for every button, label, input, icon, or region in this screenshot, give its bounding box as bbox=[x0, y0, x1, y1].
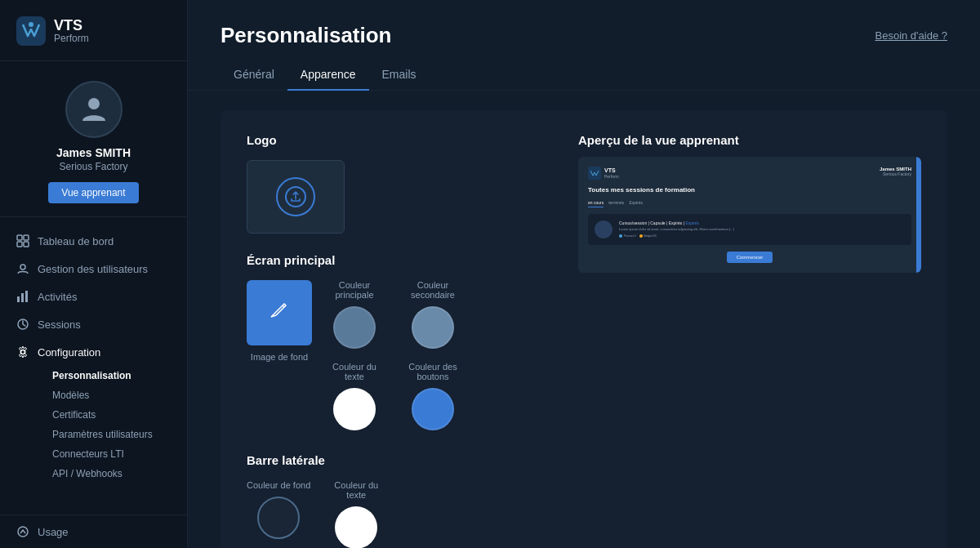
sidebar-sub-item-certificats[interactable]: Certificats bbox=[36, 405, 187, 425]
edit-icon bbox=[268, 299, 291, 327]
apercu-card: Cursus/session | Capsule | Expirés | Exp… bbox=[588, 214, 911, 245]
apercu-card-text: Lorem ipsum dolor sit amet, consectetur … bbox=[619, 227, 905, 231]
user-avatar-icon bbox=[78, 91, 110, 127]
main-body: Logo Écran principal bbox=[188, 91, 980, 548]
page-title: Personnalisation bbox=[220, 23, 392, 48]
apercu-header: VTS Perform James SMITH Serious Factory bbox=[588, 167, 911, 180]
personalization-card: Logo Écran principal bbox=[220, 110, 947, 548]
apercu-logo-text-block: VTS Perform bbox=[604, 167, 619, 179]
couleur-secondaire-circle[interactable] bbox=[412, 306, 454, 349]
image-fond-upload[interactable] bbox=[247, 280, 312, 345]
sidebar-item-sessions[interactable]: Sessions bbox=[0, 310, 187, 338]
svg-rect-5 bbox=[17, 242, 22, 247]
sidebar-sub-nav: Personnalisation Modèles Certificats Par… bbox=[0, 366, 187, 483]
apercu-logo: VTS Perform bbox=[588, 167, 619, 180]
logo-text: VTS Perform bbox=[54, 18, 89, 45]
ecran-cols: Image de fond Couleur principale Couleur… bbox=[247, 280, 546, 430]
apercu-section: Aperçu de la vue apprenant VTS bbox=[578, 133, 921, 548]
apercu-card-avatar bbox=[595, 221, 612, 238]
apercu-commencer-button[interactable]: Commencer bbox=[727, 252, 773, 263]
help-link[interactable]: Besoin d'aide ? bbox=[875, 29, 948, 42]
logo-upload-box[interactable] bbox=[247, 160, 345, 234]
sidebar-item-label: Tableau de bord bbox=[38, 235, 114, 247]
couleur-boutons-label: Couleur des boutons bbox=[400, 362, 466, 381]
sidebar-item-label: Activités bbox=[38, 291, 77, 303]
sidebar-item-label: Configuration bbox=[38, 346, 100, 359]
barre-texte-circle[interactable] bbox=[335, 506, 377, 548]
vts-logo-icon bbox=[16, 16, 46, 46]
chart-icon bbox=[16, 290, 29, 303]
gear-icon bbox=[16, 345, 29, 359]
svg-point-7 bbox=[20, 265, 25, 270]
couleur-secondaire-label: Couleur secondaire bbox=[400, 280, 466, 300]
sidebar-sub-item-personnalisation[interactable]: Personnalisation bbox=[36, 366, 187, 385]
apercu-title: Aperçu de la vue apprenant bbox=[578, 133, 921, 147]
barre-texte-item: Couleur du texte bbox=[323, 480, 389, 548]
apercu-badge-parcours: Parcours 0 bbox=[619, 234, 636, 238]
sidebar-logo: VTS Perform bbox=[0, 0, 187, 61]
sidebar-sub-item-modeles[interactable]: Modèles bbox=[36, 385, 187, 405]
barre-fond-circle[interactable] bbox=[257, 497, 300, 539]
couleur-boutons-item: Couleur des boutons bbox=[400, 362, 466, 430]
svg-rect-3 bbox=[17, 235, 22, 240]
couleur-principale-label: Couleur principale bbox=[322, 280, 387, 300]
barre-colors: Couleur de fond Couleur du texte bbox=[247, 480, 546, 548]
main-header: Personnalisation Besoin d'aide ? bbox=[188, 0, 980, 61]
sidebar-sub-item-connecteurs[interactable]: Connecteurs LTI bbox=[36, 444, 187, 464]
tab-emails[interactable]: Emails bbox=[369, 61, 430, 91]
couleur-secondaire-item: Couleur secondaire bbox=[400, 280, 466, 349]
apercu-perform-text: Perform bbox=[604, 174, 619, 179]
apercu-logo-icon bbox=[588, 167, 601, 180]
apercu-card-title: Cursus/session | Capsule | Expirés | Exp… bbox=[619, 221, 905, 225]
apercu-heading: Toutes mes sessions de formation bbox=[588, 186, 911, 194]
ecran-section-title: Écran principal bbox=[247, 253, 546, 267]
barre-laterale-section: Barre latérale Couleur de fond Couleur d… bbox=[247, 453, 546, 548]
svg-point-12 bbox=[21, 350, 25, 354]
user-icon bbox=[16, 262, 29, 275]
couleur-texte-circle[interactable] bbox=[333, 388, 376, 430]
apercu-tab-encours: en cours bbox=[588, 198, 604, 207]
avatar bbox=[65, 81, 122, 138]
apercu-inner: VTS Perform James SMITH Serious Factory … bbox=[578, 157, 921, 273]
barre-section-title: Barre latérale bbox=[247, 453, 546, 467]
badge-dot-badges bbox=[639, 234, 643, 238]
couleur-boutons-circle[interactable] bbox=[412, 388, 454, 430]
profile-company: Serious Factory bbox=[59, 161, 127, 172]
sidebar-sub-item-parametres[interactable]: Paramètres utilisateurs bbox=[36, 425, 187, 444]
svg-point-13 bbox=[18, 527, 28, 537]
couleur-principale-item: Couleur principale bbox=[322, 280, 387, 349]
logo-perform: Perform bbox=[54, 33, 89, 44]
sidebar-item-tableau-de-bord[interactable]: Tableau de bord bbox=[0, 227, 187, 255]
tab-apparence[interactable]: Apparence bbox=[287, 61, 369, 91]
sidebar-item-configuration[interactable]: Configuration bbox=[0, 338, 187, 366]
sidebar-sub-item-api[interactable]: API / Webhooks bbox=[36, 464, 187, 483]
apercu-vts-text: VTS bbox=[604, 167, 619, 174]
couleur-principale-circle[interactable] bbox=[333, 306, 376, 349]
profile-name: James SMITH bbox=[56, 146, 131, 159]
color-pair-bottom: Couleur du texte Couleur des boutons bbox=[322, 362, 466, 430]
svg-point-1 bbox=[29, 22, 33, 27]
barre-fond-item: Couleur de fond bbox=[247, 480, 310, 548]
vue-apprenant-button[interactable]: Vue apprenant bbox=[48, 182, 138, 203]
ecran-principal-section: Écran principal Im bbox=[247, 253, 546, 430]
color-pair-top: Couleur principale Couleur secondaire bbox=[322, 280, 466, 349]
sidebar-footer-usage[interactable]: Usage bbox=[0, 515, 187, 548]
apercu-badge-badges: Badges 0/0 bbox=[639, 234, 657, 238]
sidebar-item-label: Sessions bbox=[38, 319, 81, 331]
apercu-tab-expires: Expirés bbox=[629, 198, 643, 207]
apercu-card-badges: Parcours 0 Badges 0/0 bbox=[619, 234, 905, 238]
apercu-user-company: Serious Factory bbox=[880, 172, 911, 176]
svg-rect-10 bbox=[25, 291, 28, 302]
sidebar-item-label: Gestion des utilisateurs bbox=[38, 263, 148, 275]
main-content: Personnalisation Besoin d'aide ? Général… bbox=[188, 0, 980, 548]
footer-label: Usage bbox=[38, 526, 69, 538]
svg-rect-8 bbox=[17, 296, 20, 302]
svg-rect-9 bbox=[21, 293, 24, 302]
sidebar-item-activites[interactable]: Activités bbox=[0, 283, 187, 310]
grid-icon bbox=[16, 234, 29, 247]
image-fond-col: Image de fond bbox=[247, 280, 312, 362]
tab-general[interactable]: Général bbox=[220, 61, 287, 91]
sidebar-item-gestion-utilisateurs[interactable]: Gestion des utilisateurs bbox=[0, 255, 187, 283]
barre-texte-label: Couleur du texte bbox=[323, 480, 389, 500]
card-left: Logo Écran principal bbox=[247, 133, 546, 548]
